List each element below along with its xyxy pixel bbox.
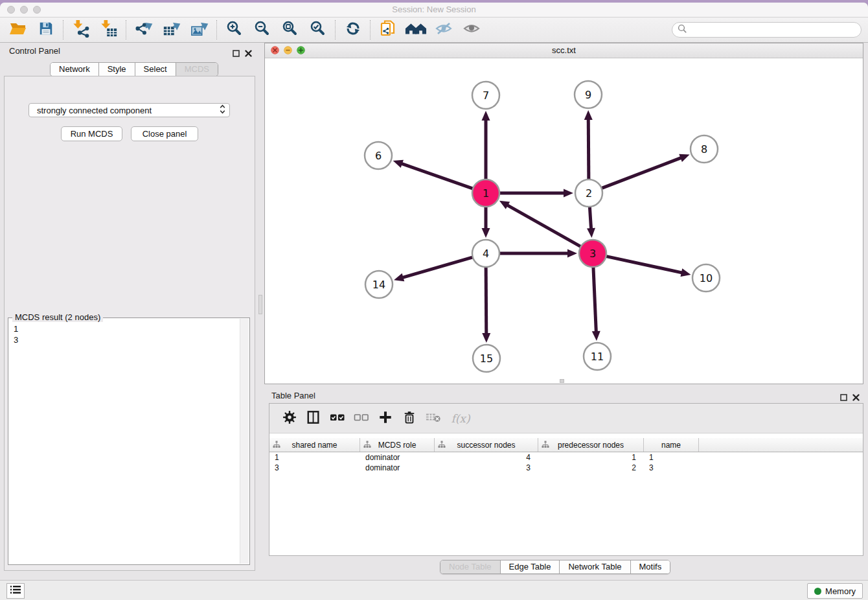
graph-node-label: 15 xyxy=(480,352,493,365)
memory-status-icon xyxy=(814,588,821,595)
zoom-fit-button[interactable] xyxy=(276,19,304,41)
export-image-button[interactable] xyxy=(185,19,213,41)
cell-predecessor-nodes[interactable]: 1 xyxy=(538,453,644,462)
import-network-button[interactable] xyxy=(67,19,95,41)
zoom-out-button[interactable] xyxy=(248,19,276,41)
close-panel-button[interactable]: Close panel xyxy=(131,126,198,141)
add-row-button[interactable] xyxy=(373,407,397,430)
unselect-all-columns-button[interactable] xyxy=(349,407,373,430)
dropdown-stepper-icon xyxy=(220,104,225,116)
graph-edge-3-1[interactable] xyxy=(507,205,582,248)
tab-style[interactable]: Style xyxy=(99,63,135,76)
tab-select[interactable]: Select xyxy=(135,63,176,76)
tab-edge-table[interactable]: Edge Table xyxy=(501,560,560,573)
graph-edge-3-10[interactable] xyxy=(604,256,683,273)
hide-graphics-details-button[interactable] xyxy=(429,19,457,41)
search-input[interactable] xyxy=(687,23,861,37)
table-header-row: shared name MCDS role successor nodes pr… xyxy=(269,438,863,452)
graph-edge-2-8[interactable] xyxy=(600,157,682,189)
graph-edge-arrowhead xyxy=(681,268,691,277)
open-file-button[interactable] xyxy=(4,19,32,41)
export-table-button[interactable] xyxy=(157,19,185,41)
graph-edge-arrowhead xyxy=(679,154,689,162)
table-row[interactable]: 3 dominator 3 2 3 xyxy=(269,463,863,473)
show-graphics-details-button[interactable] xyxy=(457,19,485,41)
search-field[interactable] xyxy=(672,22,862,38)
mcds-result-text[interactable]: 1 3 xyxy=(14,323,18,345)
graph-edge-arrowhead xyxy=(394,273,404,281)
result-scrollbar[interactable] xyxy=(240,319,249,564)
show-log-button[interactable] xyxy=(6,583,25,599)
graph-edge-3-11[interactable] xyxy=(593,265,597,332)
column-header-mcds-role[interactable]: MCDS role xyxy=(360,438,435,452)
graph-edge-1-6[interactable] xyxy=(401,163,475,189)
column-label: name xyxy=(661,441,681,450)
zoom-in-button[interactable] xyxy=(220,19,248,41)
refresh-view-button[interactable] xyxy=(339,19,367,41)
home-view-button[interactable] xyxy=(402,19,429,41)
graph-node-label: 14 xyxy=(372,279,385,291)
cell-mcds-role[interactable]: dominator xyxy=(360,463,435,472)
import-table-button[interactable] xyxy=(95,19,122,41)
cell-name[interactable]: 1 xyxy=(644,453,699,462)
tab-motifs[interactable]: Motifs xyxy=(631,560,670,573)
export-network-button[interactable] xyxy=(130,19,157,41)
graph-edge-2-9[interactable] xyxy=(588,119,589,181)
column-label: successor nodes xyxy=(457,441,515,450)
eye-slash-icon xyxy=(435,21,453,39)
column-label: shared name xyxy=(291,441,337,450)
mcds-result-title: MCDS result (2 nodes) xyxy=(12,312,103,322)
export-table-icon xyxy=(162,19,181,40)
select-all-columns-button[interactable] xyxy=(325,407,349,430)
control-panel-title: Control Panel xyxy=(9,46,60,56)
graph-edge-4-14[interactable] xyxy=(402,257,475,278)
toolbar-separator xyxy=(335,20,336,40)
delete-table-button[interactable] xyxy=(421,407,445,430)
panel-divider-handle[interactable] xyxy=(258,295,262,314)
cell-shared-name[interactable]: 1 xyxy=(269,453,360,462)
table-settings-button[interactable] xyxy=(277,407,301,430)
cell-successor-nodes[interactable]: 3 xyxy=(435,463,538,472)
delete-row-button[interactable] xyxy=(397,407,421,430)
column-header-name[interactable]: name xyxy=(644,438,699,452)
tab-network[interactable]: Network xyxy=(51,63,99,76)
cell-successor-nodes[interactable]: 4 xyxy=(435,453,538,462)
graph-edge-arrowhead xyxy=(393,160,404,168)
float-panel-icon[interactable] xyxy=(840,392,847,404)
graph-edge-4-15[interactable] xyxy=(486,265,486,334)
run-mcds-button[interactable]: Run MCDS xyxy=(61,126,122,141)
cell-predecessor-nodes[interactable]: 2 xyxy=(538,463,644,472)
toolbar-separator xyxy=(216,20,217,40)
save-floppy-icon xyxy=(38,21,54,39)
tab-node-table[interactable]: Node Table xyxy=(440,560,501,573)
network-graph[interactable]: 1234678910111415 xyxy=(265,58,863,384)
graph-edge-2-3[interactable] xyxy=(589,205,591,229)
cell-shared-name[interactable]: 3 xyxy=(269,463,360,472)
zoom-selected-button[interactable] xyxy=(304,19,332,41)
clone-network-button[interactable] xyxy=(374,19,402,41)
criterion-value: strongly connected component xyxy=(37,106,152,115)
network-window-titlebar[interactable]: scc.txt xyxy=(265,43,863,58)
close-panel-icon[interactable] xyxy=(245,48,252,60)
column-label: MCDS role xyxy=(378,441,417,450)
column-header-successor-nodes[interactable]: successor nodes xyxy=(435,438,538,452)
tab-mcds[interactable]: MCDS xyxy=(176,63,218,76)
column-header-predecessor-nodes[interactable]: predecessor nodes xyxy=(538,438,644,452)
close-panel-icon[interactable] xyxy=(852,392,860,404)
float-panel-icon[interactable] xyxy=(233,48,240,60)
cell-name[interactable]: 3 xyxy=(644,463,699,472)
criterion-dropdown[interactable]: strongly connected component xyxy=(29,103,230,117)
memory-button[interactable]: Memory xyxy=(807,583,863,599)
tab-network-table[interactable]: Network Table xyxy=(560,560,630,573)
show-column-button[interactable] xyxy=(301,407,325,430)
column-header-shared-name[interactable]: shared name xyxy=(269,438,360,452)
save-session-button[interactable] xyxy=(32,19,60,41)
zoom-out-icon xyxy=(254,20,271,40)
graph-edge-arrowhead xyxy=(584,110,593,120)
table-row[interactable]: 1 dominator 4 1 1 xyxy=(269,452,863,463)
cell-mcds-role[interactable]: dominator xyxy=(360,453,435,462)
window-resize-handle[interactable] xyxy=(560,379,564,383)
table-panel-title: Table Panel xyxy=(271,391,315,400)
function-builder-button[interactable]: f(x) xyxy=(445,407,476,430)
import-network-icon xyxy=(72,19,90,40)
